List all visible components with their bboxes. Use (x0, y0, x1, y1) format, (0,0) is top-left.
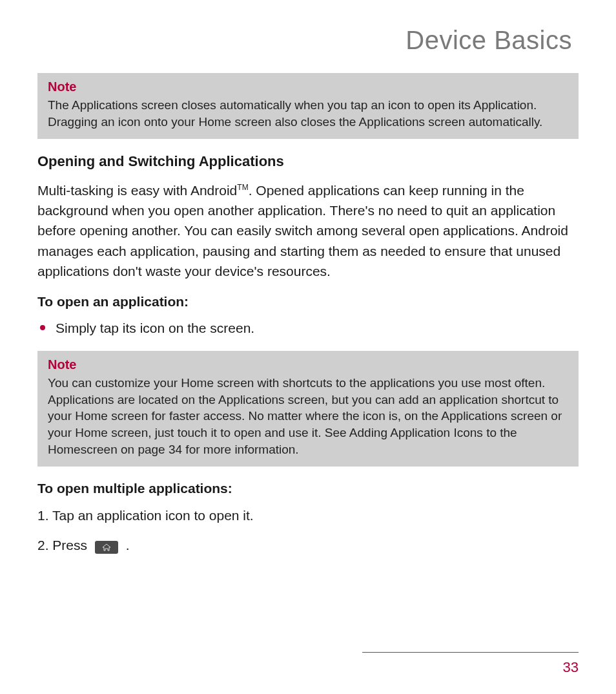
note-label: Note (48, 79, 568, 94)
page-number: 33 (37, 659, 579, 676)
bullet-item: Simply tap its icon on the screen. (37, 319, 579, 338)
step-2-pre: 2. Press (37, 538, 91, 552)
body-text-pre: Multi-tasking is easy with Android (37, 183, 237, 198)
to-open-heading: To open an application: (37, 294, 579, 310)
section-heading: Opening and Switching Applications (37, 153, 579, 170)
home-key-icon (95, 541, 118, 554)
page-footer: 33 (37, 652, 579, 676)
note-box-2: Note You can customize your Home screen … (37, 351, 579, 467)
footer-rule (362, 652, 579, 653)
note-body: You can customize your Home screen with … (48, 375, 568, 457)
bullet-dot-icon (40, 325, 45, 330)
note-label: Note (48, 357, 568, 372)
step-2: 2. Press . (37, 535, 579, 556)
body-paragraph: Multi-tasking is easy with AndroidTM. Op… (37, 180, 579, 280)
note-box-1: Note The Applications screen closes auto… (37, 73, 579, 139)
manual-page: Device Basics Note The Applications scre… (0, 0, 616, 694)
to-open-multiple-heading: To open multiple applications: (37, 481, 579, 496)
page-title: Device Basics (37, 26, 579, 55)
step-2-post: . (126, 538, 130, 552)
bullet-text: Simply tap its icon on the screen. (56, 319, 254, 338)
step-1: 1. Tap an application icon to open it. (37, 505, 579, 526)
tm-mark: TM (237, 183, 248, 192)
note-body: The Applications screen closes automatic… (48, 97, 568, 130)
